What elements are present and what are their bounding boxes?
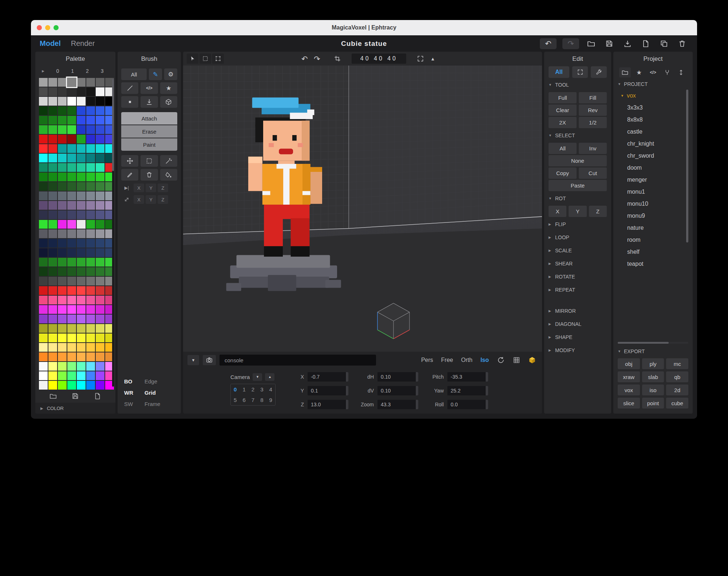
palette-swatch[interactable] — [77, 192, 86, 200]
palette-swatch[interactable] — [58, 220, 67, 229]
camera-field-y[interactable]: 0.1 — [308, 386, 348, 395]
palette-swatch[interactable] — [48, 154, 57, 162]
brush-star-tool[interactable]: ★ — [160, 82, 177, 94]
camera-field-yaw[interactable]: 25.2 — [447, 386, 488, 395]
palette-swatch[interactable] — [58, 135, 67, 143]
palette-swatch[interactable] — [67, 315, 76, 323]
palette-swatch[interactable] — [58, 362, 67, 371]
palette-swatch[interactable] — [96, 173, 104, 181]
camera-slot-6[interactable]: 6 — [240, 395, 248, 405]
palette-swatch[interactable] — [48, 296, 57, 304]
camera-prev-button[interactable]: ▼ — [253, 373, 262, 381]
palette-swatch[interactable] — [58, 267, 67, 276]
slider-handle[interactable] — [485, 386, 488, 395]
scale-axis-y-button[interactable]: Y — [146, 195, 156, 204]
palette-swatch[interactable] — [39, 229, 48, 238]
palette-swatch[interactable] — [48, 173, 57, 181]
palette-tabs-arrow-icon[interactable]: ► — [41, 69, 45, 73]
palette-swatch[interactable] — [67, 135, 76, 143]
scale-axis-x-button[interactable]: X — [134, 195, 144, 204]
edit-rev-button[interactable]: Rev — [579, 104, 607, 116]
open-file-button[interactable] — [585, 38, 597, 49]
palette-swatch[interactable] — [96, 229, 104, 238]
palette-swatch[interactable] — [67, 324, 76, 333]
palette-swatch[interactable] — [96, 286, 104, 295]
palette-swatch[interactable] — [67, 371, 76, 380]
palette-swatch[interactable] — [86, 201, 95, 210]
tab-model[interactable]: Model — [40, 39, 61, 48]
palette-swatch[interactable] — [96, 248, 104, 257]
palette-swatch[interactable] — [48, 239, 57, 248]
palette-swatch[interactable] — [77, 362, 86, 371]
palette-swatch[interactable] — [67, 220, 76, 229]
palette-swatch[interactable] — [48, 201, 57, 210]
palette-swatch[interactable] — [96, 182, 104, 191]
palette-swatch[interactable] — [39, 343, 48, 352]
export-qb-button[interactable]: qb — [666, 371, 688, 382]
palette-swatch[interactable] — [58, 201, 67, 210]
palette-swatch[interactable] — [48, 343, 57, 352]
palette-swatch[interactable] — [39, 315, 48, 323]
palette-swatch[interactable] — [77, 163, 86, 172]
palette-swatch[interactable] — [96, 220, 104, 229]
project-item-teapot[interactable]: teapot — [618, 258, 688, 270]
viewport-undo-button[interactable]: ↶ — [298, 53, 311, 64]
scale-axis-z-button[interactable]: Z — [158, 195, 168, 204]
palette-swatch[interactable] — [48, 248, 57, 257]
edit-z-button[interactable]: Z — [589, 206, 607, 217]
cursor-tool[interactable] — [187, 54, 198, 64]
camera-next-button[interactable]: ▲ — [265, 373, 274, 381]
palette-swatch[interactable] — [67, 267, 76, 276]
delete-button[interactable] — [676, 38, 688, 49]
fit-model-button[interactable] — [414, 53, 427, 64]
slider-handle[interactable] — [415, 386, 418, 395]
palette-swatch[interactable] — [39, 362, 48, 371]
palette-swatch[interactable] — [48, 334, 57, 342]
palette-swatch[interactable] — [77, 286, 86, 295]
viewport-canvas[interactable] — [183, 66, 542, 352]
palette-swatch[interactable] — [77, 334, 86, 342]
palette-swatch[interactable] — [77, 182, 86, 191]
camera-field-dh[interactable]: 0.10 — [377, 372, 418, 382]
viewport-redo-button[interactable]: ↷ — [311, 53, 323, 64]
project-item-shelf[interactable]: shelf — [618, 246, 688, 258]
palette-swatch[interactable] — [86, 229, 95, 238]
palette-swatch[interactable] — [39, 248, 48, 257]
palette-swatch[interactable] — [39, 220, 48, 229]
palette-swatch[interactable] — [96, 267, 104, 276]
palette-swatch[interactable] — [96, 352, 104, 361]
export-cube-button[interactable]: cube — [666, 398, 688, 409]
brush-mode-attach[interactable]: Attach — [121, 112, 177, 125]
palette-swatch[interactable] — [96, 258, 104, 267]
palette-swatch[interactable] — [77, 229, 86, 238]
slider-handle[interactable] — [485, 372, 488, 382]
palette-swatch[interactable] — [58, 352, 67, 361]
palette-swatch[interactable] — [58, 296, 67, 304]
palette-swatch[interactable] — [67, 144, 76, 153]
palette-save-button[interactable] — [71, 392, 79, 400]
palette-swatch[interactable] — [39, 192, 48, 200]
palette-swatch[interactable] — [39, 371, 48, 380]
export-slab-button[interactable]: slab — [642, 371, 664, 382]
camera-field-roll[interactable]: 0.0 — [447, 400, 488, 409]
grid-toggle-button[interactable] — [513, 356, 520, 364]
edit-section-header-repeat[interactable]: ▶REPEAT — [549, 284, 607, 296]
palette-swatch[interactable] — [67, 163, 76, 172]
palette-swatch[interactable] — [58, 144, 67, 153]
palette-swatch[interactable] — [39, 87, 48, 96]
palette-swatch[interactable] — [48, 305, 57, 314]
brush-face-tool[interactable] — [141, 96, 158, 108]
palette-swatch[interactable] — [96, 315, 104, 323]
export-slice-button[interactable]: slice — [618, 398, 640, 409]
palette-swatch[interactable] — [86, 248, 95, 257]
palette-swatch[interactable] — [39, 116, 48, 125]
palette-swatch[interactable] — [67, 381, 76, 390]
palette-scrollbar[interactable] — [112, 79, 114, 387]
camera-slot-1[interactable]: 1 — [240, 384, 248, 395]
palette-swatch[interactable] — [39, 210, 48, 219]
palette-swatch[interactable] — [86, 334, 95, 342]
palette-swatch[interactable] — [96, 154, 104, 162]
camera-field-dv[interactable]: 0.10 — [377, 386, 418, 395]
palette-swatch[interactable] — [39, 173, 48, 181]
palette-swatch[interactable] — [67, 201, 76, 210]
